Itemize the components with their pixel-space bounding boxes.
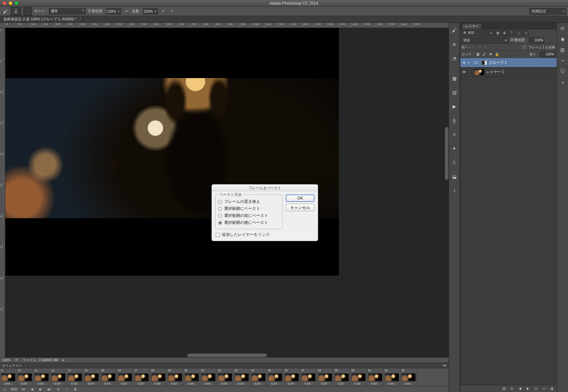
layer-name[interactable]: グループ 1 <box>489 60 507 65</box>
vertical-scrollbar[interactable] <box>445 127 449 180</box>
ruler-horizontal[interactable]: 0501001502002503003504004505005506006507… <box>0 23 449 28</box>
unify-visibility-icon[interactable]: 👁 <box>478 45 483 50</box>
color-panel-icon[interactable]: ◉ <box>559 35 566 43</box>
timeline-frame[interactable]: 300.04 <box>350 368 367 386</box>
frame-delay[interactable]: 0.04 <box>405 382 413 385</box>
properties-panel-icon[interactable]: ⫱ <box>451 187 458 194</box>
timeline-frame[interactable]: 250.04 <box>267 368 283 386</box>
fill-input[interactable]: 100% ▾ <box>540 52 555 57</box>
histogram-panel-icon[interactable]: ⫴ <box>451 159 458 166</box>
prev-frame-button[interactable]: ◀ <box>29 387 35 391</box>
timeline-frame[interactable]: 190.04 <box>167 368 183 386</box>
frame-delay[interactable]: 0.04 <box>188 382 196 385</box>
horizontal-scrollbar[interactable] <box>187 353 267 357</box>
filter-shape-icon[interactable]: ▢ <box>516 30 522 36</box>
layer-mask-thumb[interactable] <box>482 60 487 65</box>
filter-adjust-icon[interactable]: ◐ <box>502 30 508 36</box>
loop-label[interactable]: 無限 <box>11 387 17 392</box>
delete-frame-button[interactable]: 🗑 <box>73 387 78 391</box>
frame-delay[interactable]: 0.04 <box>88 382 96 385</box>
info-panel-icon[interactable]: ⓘ <box>559 67 566 75</box>
frame-delay[interactable]: 0.04 <box>154 382 162 385</box>
timeline-frame[interactable]: 140.04 <box>83 368 100 386</box>
paste-method-option[interactable]: 選択範囲にペースト <box>218 206 279 212</box>
paths-panel-icon[interactable]: ⌁ <box>559 57 566 64</box>
frame-delay[interactable]: 0.04 <box>38 382 46 385</box>
brush-tool-icon[interactable]: 🖌 <box>2 9 9 14</box>
airbrush-icon[interactable]: ✈ <box>160 8 166 14</box>
workspace-switcher[interactable]: 初期設定 » <box>529 8 566 15</box>
layer-name[interactable]: レイヤー 1 <box>486 69 504 74</box>
status-export-icon[interactable]: ⇱ <box>15 358 18 362</box>
timeline-frame[interactable]: 310.04 <box>367 368 384 386</box>
timeline-frame[interactable]: 320.04 <box>384 368 400 386</box>
frame-delay[interactable]: 0.04 <box>104 382 112 385</box>
timeline-frame[interactable]: 110.04 <box>33 368 50 386</box>
next-frame-button[interactable]: ▶| <box>47 387 52 391</box>
measure-panel-icon[interactable]: ⟁ <box>559 78 566 85</box>
radio-button[interactable] <box>218 221 222 225</box>
zoom-window-icon[interactable] <box>15 1 18 5</box>
play-button[interactable]: ▶ <box>38 387 43 391</box>
brush-panel-toggle[interactable] <box>23 7 32 16</box>
filter-smart-icon[interactable]: ◫ <box>523 30 529 36</box>
flow-input[interactable]: 100% ▾ <box>143 8 158 14</box>
timeline-frame[interactable]: 160.04 <box>117 368 133 386</box>
filter-type-icon[interactable]: T <box>509 30 515 36</box>
timeline-frame[interactable]: 290.04 <box>334 368 350 386</box>
clone-source-icon[interactable]: ◔ <box>451 55 458 62</box>
timeline-frame[interactable]: 270.04 <box>300 368 317 386</box>
timeline-frame[interactable]: 130.04 <box>67 368 83 386</box>
first-frame-button[interactable]: ⏮ <box>21 387 26 391</box>
status-menu-icon[interactable]: ▶ <box>63 359 65 362</box>
cancel-button[interactable]: キャンセル <box>286 204 315 211</box>
timeline-frame[interactable]: 150.04 <box>100 368 117 386</box>
timeline-frame[interactable]: 90.04 <box>0 368 17 386</box>
timeline-frame[interactable]: 180.04 <box>150 368 167 386</box>
lock-pixels-icon[interactable]: 🖌 <box>482 52 487 57</box>
frame-delay[interactable]: 0.04 <box>271 382 279 385</box>
blend-mode-select[interactable]: 通常 ▾ <box>49 8 86 14</box>
pressure-size-icon[interactable]: ✎ <box>168 8 175 14</box>
timeline-frames[interactable]: 90.04100.04110.04120.04130.04140.04150.0… <box>0 368 449 386</box>
layers-tab[interactable]: レイヤー <box>462 23 482 29</box>
tween-button[interactable]: ⧉ <box>55 387 61 391</box>
timeline-frame[interactable]: 230.04 <box>233 368 250 386</box>
radio-button[interactable] <box>218 200 222 204</box>
lock-transparency-icon[interactable]: ▩ <box>476 52 480 57</box>
character-panel-icon[interactable]: A̲ <box>451 117 458 124</box>
navigator-panel-icon[interactable]: ▦ <box>451 75 458 82</box>
actions-panel-icon[interactable]: ▶ <box>451 103 458 110</box>
frame-delay[interactable]: 0.04 <box>221 382 229 385</box>
layers-list[interactable]: 👁▸🗀グループ 1👁レイヤー 1 <box>460 58 557 385</box>
paste-method-option[interactable]: フレームの置き換え <box>218 199 279 205</box>
new-adjustment-icon[interactable]: ◐ <box>525 386 531 391</box>
timeline-frame[interactable]: 330.04 <box>400 368 417 386</box>
opacity-input[interactable]: 100% ▾ <box>106 8 121 14</box>
radio-button[interactable] <box>218 214 222 218</box>
layer-opacity-input[interactable]: 100% ▾ <box>529 38 544 43</box>
frame-delay[interactable]: 0.04 <box>238 382 246 385</box>
frame-delay[interactable]: 0.04 <box>138 382 146 385</box>
document-tab[interactable]: 名称未設定-2 @ 100% (グループ 1, RGB/8) * × <box>0 16 83 22</box>
unify-style-icon[interactable]: fx <box>484 45 489 50</box>
frame-delay[interactable]: 0.04 <box>305 382 313 385</box>
ruler-vertical[interactable]: 051015202530354045 <box>0 28 5 357</box>
frame-delay[interactable]: 0.04 <box>21 382 29 385</box>
link-added-layers-checkbox[interactable] <box>216 233 220 237</box>
layer-mask-icon[interactable]: ◑ <box>517 386 523 391</box>
frame-delay[interactable]: 0.04 <box>254 382 262 385</box>
frame-delay[interactable]: 0.04 <box>54 382 62 385</box>
frame-delay[interactable]: 0.04 <box>121 382 129 385</box>
frame-delay[interactable]: 0.04 <box>388 382 396 385</box>
propagate-frame1-checkbox[interactable] <box>523 45 526 49</box>
brush-panel-icon[interactable]: 🖌 <box>451 27 458 34</box>
new-group-icon[interactable]: 🗀 <box>533 386 539 391</box>
frame-delay[interactable]: 0.04 <box>204 382 212 385</box>
unify-position-icon[interactable]: ⤧ <box>472 45 477 50</box>
brush-preset-picker[interactable]: 65 <box>11 7 21 16</box>
layer-style-icon[interactable]: fx <box>509 386 515 391</box>
timeline-panel-header[interactable]: タイムライン ▾≡ <box>0 363 449 368</box>
panel-menu-icon[interactable]: ▾≡ <box>443 364 447 367</box>
layer-visibility-icon[interactable]: 👁 <box>462 61 466 65</box>
